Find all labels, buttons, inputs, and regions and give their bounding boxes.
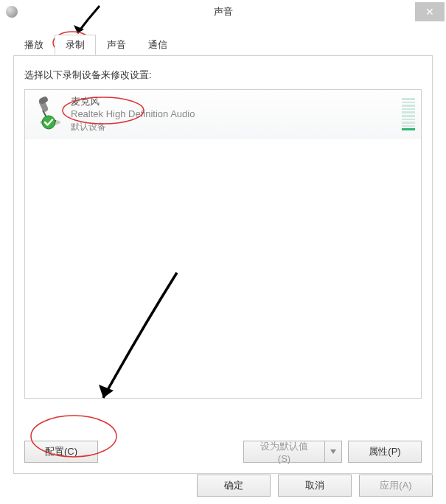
device-list[interactable]: 麦克风 Realtek High Definition Audio 默认设备 <box>24 89 422 399</box>
tab-playback[interactable]: 播放 <box>13 35 55 55</box>
level-bar <box>402 102 415 104</box>
tab-label: 声音 <box>107 39 126 50</box>
level-bar <box>402 128 415 130</box>
level-meter <box>402 98 415 130</box>
properties-button[interactable]: 属性(P) <box>348 441 422 463</box>
level-bar <box>402 125 415 127</box>
tab-label: 通信 <box>148 39 167 50</box>
window-icon <box>6 6 18 18</box>
level-bar <box>402 111 415 113</box>
set-default-split-button: 设为默认值(S) <box>243 441 342 463</box>
close-icon: ✕ <box>425 6 434 18</box>
tab-sounds[interactable]: 声音 <box>96 35 137 55</box>
device-name: 麦克风 <box>71 95 195 108</box>
apply-button[interactable]: 应用(A) <box>359 475 433 497</box>
tab-recording[interactable]: 录制 <box>55 35 96 55</box>
set-default-dropdown[interactable] <box>324 441 342 463</box>
chevron-down-icon <box>330 449 336 454</box>
tab-label: 录制 <box>66 39 85 50</box>
recording-panel: 选择以下录制设备来修改设置: <box>13 55 433 474</box>
button-label: 取消 <box>305 479 324 492</box>
button-label: 属性(P) <box>369 445 400 458</box>
button-label: 设为默认值(S) <box>254 440 314 464</box>
device-text: 麦克风 Realtek High Definition Audio 默认设备 <box>71 94 195 133</box>
button-label: 配置(C) <box>45 445 77 458</box>
set-default-button[interactable]: 设为默认值(S) <box>243 441 324 463</box>
tab-communications[interactable]: 通信 <box>137 35 178 55</box>
close-button[interactable]: ✕ <box>415 2 445 21</box>
dialog-footer: 确定 取消 应用(A) <box>197 475 433 497</box>
device-button-row: 配置(C) 设为默认值(S) 属性(P) <box>24 441 422 463</box>
level-bar <box>402 122 415 124</box>
device-status: 默认设备 <box>71 121 195 133</box>
configure-button[interactable]: 配置(C) <box>24 441 98 463</box>
ok-button[interactable]: 确定 <box>197 475 271 497</box>
svg-point-3 <box>42 116 55 129</box>
button-label: 应用(A) <box>380 479 411 492</box>
level-bar <box>402 105 415 107</box>
content-area: 播放 录制 声音 通信 选择以下录制设备来修改设置: <box>0 24 446 474</box>
microphone-icon <box>31 94 63 127</box>
instruction-text: 选择以下录制设备来修改设置: <box>24 69 422 82</box>
window-title: 声音 <box>214 5 233 18</box>
level-bar <box>402 108 415 111</box>
tab-strip: 播放 录制 声音 通信 <box>13 35 433 56</box>
cancel-button[interactable]: 取消 <box>278 475 352 497</box>
device-item-microphone[interactable]: 麦克风 Realtek High Definition Audio 默认设备 <box>25 90 421 139</box>
sound-dialog: 声音 ✕ 播放 录制 声音 通信 选择以下录制设备来修改设置: <box>0 0 446 504</box>
level-bar <box>402 98 415 100</box>
level-bar <box>402 115 415 117</box>
check-icon <box>41 115 56 130</box>
level-bar <box>402 119 415 121</box>
titlebar: 声音 ✕ <box>0 0 446 24</box>
button-label: 确定 <box>224 479 243 492</box>
tab-label: 播放 <box>24 39 43 50</box>
device-driver: Realtek High Definition Audio <box>71 108 195 121</box>
